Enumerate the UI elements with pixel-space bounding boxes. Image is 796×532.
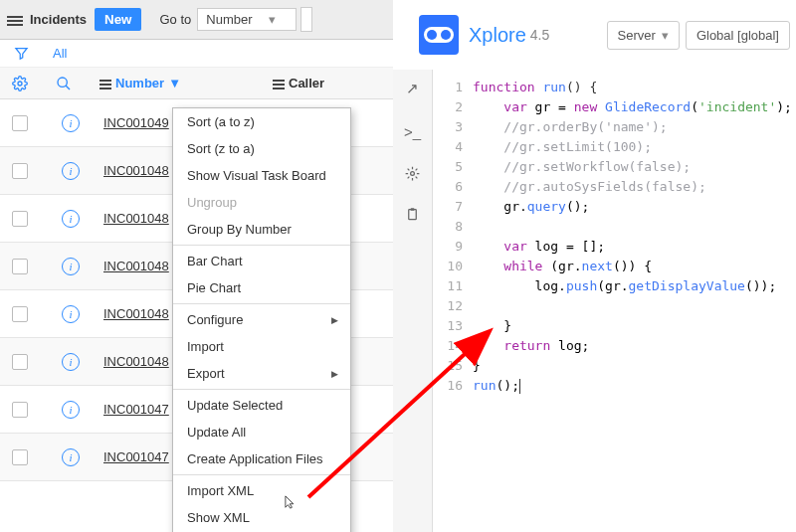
menu-item-label: Import <box>187 339 224 354</box>
row-checkbox[interactable] <box>12 163 28 179</box>
menu-item-label: Group By Number <box>187 222 292 237</box>
info-icon[interactable]: i <box>62 258 80 275</box>
terminal-icon[interactable]: >_ <box>404 123 421 140</box>
row-number-link[interactable]: INC001048 <box>103 354 169 369</box>
xplore-pane: Xplore 4.5 Server ▾ Global [global] ↗ >_… <box>393 0 796 532</box>
search-icon[interactable] <box>56 76 72 91</box>
row-checkbox[interactable] <box>12 211 28 227</box>
popout-icon[interactable]: ↗ <box>406 80 419 97</box>
row-number-link[interactable]: INC001048 <box>103 163 169 178</box>
menu-item[interactable]: Group By Number <box>173 216 350 243</box>
column-header-caller[interactable]: Caller <box>273 76 324 90</box>
info-icon[interactable]: i <box>62 353 80 371</box>
column-context-menu[interactable]: Sort (a to z)Sort (z to a)Show Visual Ta… <box>172 107 351 532</box>
row-checkbox[interactable] <box>12 354 28 370</box>
xplore-logo <box>419 15 459 55</box>
line-number: 6 <box>433 177 463 197</box>
menu-item-label: Import XML <box>187 483 254 498</box>
filter-all-label[interactable]: All <box>53 46 67 61</box>
menu-separator <box>173 389 350 390</box>
menu-item-label: Update All <box>187 425 246 440</box>
filter-bar: All <box>0 40 393 68</box>
menu-item[interactable]: Sort (z to a) <box>173 135 350 162</box>
row-number-link[interactable]: INC001049 <box>103 115 169 130</box>
info-icon[interactable]: i <box>62 448 80 466</box>
goto-select[interactable]: Number ▾ <box>197 8 297 31</box>
menu-item-label: Sort (a to z) <box>187 114 255 129</box>
clipboard-icon[interactable] <box>405 207 420 222</box>
menu-item[interactable]: Update All <box>173 419 350 445</box>
info-icon[interactable]: i <box>62 162 80 180</box>
editor-sidebar: ↗ >_ <box>393 70 433 532</box>
menu-item[interactable]: Show XML <box>173 504 350 531</box>
goto-search-input[interactable] <box>300 7 312 32</box>
line-number: 7 <box>433 197 463 217</box>
line-number: 4 <box>433 137 463 157</box>
line-number: 11 <box>433 276 463 296</box>
list-menu-icon[interactable] <box>6 11 24 29</box>
menu-item[interactable]: Bar Chart <box>173 248 350 274</box>
xplore-version: 4.5 <box>530 27 549 43</box>
line-number: 12 <box>433 296 463 316</box>
row-number-link[interactable]: INC001047 <box>103 449 169 464</box>
menu-item-label: Export <box>187 366 225 381</box>
menu-item[interactable]: Import XML <box>173 477 350 504</box>
row-number-link[interactable]: INC001048 <box>103 259 169 273</box>
menu-item[interactable]: Configure▶ <box>173 306 350 333</box>
menu-item[interactable]: Import <box>173 333 350 360</box>
code-editor[interactable]: 12345678910111213141516 function run() {… <box>433 70 796 532</box>
row-number-link[interactable]: INC001047 <box>103 402 169 417</box>
list-title: Incidents <box>30 12 87 27</box>
chevron-down-icon: ▾ <box>269 12 276 27</box>
new-button[interactable]: New <box>95 8 141 31</box>
incidents-pane: Incidents New Go to Number ▾ All Number … <box>0 0 393 532</box>
line-number: 16 <box>433 376 463 396</box>
submenu-arrow-icon: ▶ <box>331 369 338 379</box>
info-icon[interactable]: i <box>62 114 80 132</box>
scope-select[interactable]: Server ▾ <box>607 21 680 50</box>
menu-item-label: Pie Chart <box>187 280 241 295</box>
row-checkbox[interactable] <box>12 115 28 131</box>
column-header-row: Number ▼ Caller <box>0 68 393 99</box>
column-header-number[interactable]: Number ▼ <box>100 76 181 90</box>
row-checkbox[interactable] <box>12 259 28 274</box>
line-number: 13 <box>433 316 463 336</box>
row-checkbox[interactable] <box>12 306 28 322</box>
line-number: 5 <box>433 157 463 177</box>
menu-separator <box>173 303 350 304</box>
svg-rect-4 <box>409 210 417 220</box>
line-number: 2 <box>433 97 463 117</box>
info-icon[interactable]: i <box>62 210 80 228</box>
menu-item-label: Ungroup <box>187 195 237 210</box>
row-checkbox[interactable] <box>12 402 28 418</box>
menu-item[interactable]: Update Selected <box>173 392 350 419</box>
menu-item[interactable]: Create Application Files <box>173 445 350 472</box>
menu-item-label: Show XML <box>187 510 250 525</box>
settings-icon[interactable] <box>405 166 420 181</box>
menu-item[interactable]: Show Visual Task Board <box>173 162 350 189</box>
row-checkbox[interactable] <box>12 449 28 465</box>
menu-item[interactable]: Export▶ <box>173 360 350 387</box>
svg-line-2 <box>66 86 70 89</box>
caller-header-text: Caller <box>289 76 324 90</box>
menu-item[interactable]: Sort (a to z) <box>173 108 350 135</box>
filter-icon[interactable] <box>14 46 29 61</box>
code-content[interactable]: function run() { var gr = new GlideRecor… <box>473 78 796 532</box>
menu-item[interactable]: Pie Chart <box>173 274 350 301</box>
info-icon[interactable]: i <box>62 305 80 323</box>
svg-rect-5 <box>411 208 415 211</box>
chevron-down-icon: ▾ <box>662 28 669 43</box>
row-number-link[interactable]: INC001048 <box>103 306 169 321</box>
row-number-link[interactable]: INC001048 <box>103 211 169 226</box>
global-select[interactable]: Global [global] <box>686 21 790 50</box>
menu-separator <box>173 245 350 246</box>
submenu-arrow-icon: ▶ <box>331 315 338 325</box>
line-gutter: 12345678910111213141516 <box>433 78 473 532</box>
sort-down-icon: ▼ <box>168 76 181 90</box>
line-number: 1 <box>433 78 463 97</box>
menu-item-label: Bar Chart <box>187 254 243 268</box>
xplore-title: Xplore <box>469 24 526 47</box>
info-icon[interactable]: i <box>62 401 80 419</box>
svg-point-1 <box>58 78 67 87</box>
gear-icon[interactable] <box>12 76 28 91</box>
